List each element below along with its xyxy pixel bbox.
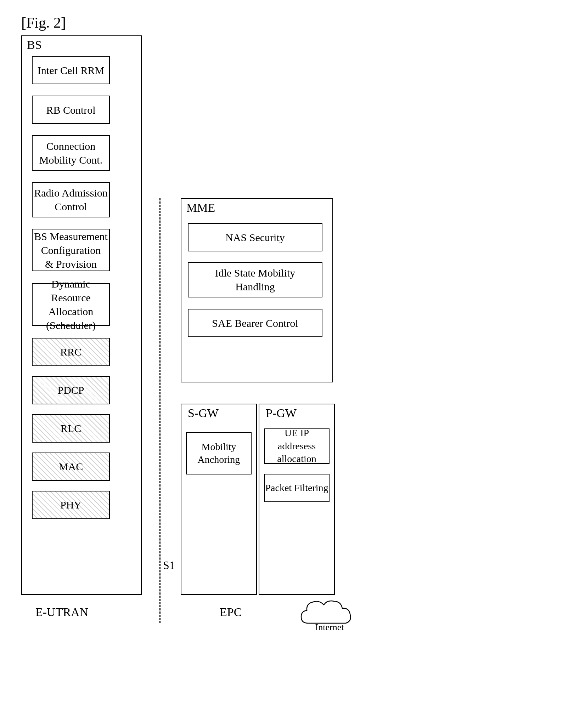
phy-label: PHY (60, 499, 81, 511)
mme-label: MME (186, 201, 215, 215)
pdcp-label: PDCP (57, 384, 84, 396)
idle-state-mobility-block: Idle State MobilityHandling (188, 262, 322, 297)
internet-cloud: Internet (294, 595, 365, 634)
connection-mobility-block: ConnectionMobility Cont. (32, 135, 110, 171)
mac-label: MAC (59, 461, 83, 473)
mac-block: MAC (32, 453, 110, 481)
sgw-label: S-GW (188, 406, 219, 420)
bs-label: BS (27, 38, 42, 52)
internet-text: Internet (315, 622, 344, 632)
rrc-block: RRC (32, 338, 110, 366)
radio-admission-block: Radio AdmissionControl (32, 182, 110, 217)
s1-dashed-line (159, 198, 161, 623)
s1-label: S1 (163, 559, 175, 572)
rrc-label: RRC (60, 346, 81, 358)
bs-measurement-block: BS MeasurementConfiguration& Provision (32, 229, 110, 271)
mobility-anchoring-block: MobilityAnchoring (186, 432, 252, 474)
dynamic-resource-block: Dynamic ResourceAllocation(Scheduler) (32, 283, 110, 326)
sae-bearer-control-block: SAE Bearer Control (188, 309, 322, 337)
packet-filtering-block: Packet Filtering (264, 474, 330, 502)
ue-ip-allocation-block: UE IP addresessallocation (264, 428, 330, 464)
epc-label: EPC (220, 605, 242, 619)
rlc-block: RLC (32, 414, 110, 443)
inter-cell-rrm-block: Inter Cell RRM (32, 56, 110, 84)
pgw-label: P-GW (266, 406, 297, 420)
figure-label: [Fig. 2] (21, 14, 66, 31)
phy-block: PHY (32, 491, 110, 519)
rb-control-block: RB Control (32, 96, 110, 124)
rlc-label: RLC (61, 422, 81, 434)
nas-security-block: NAS Security (188, 223, 322, 251)
eutran-label: E-UTRAN (35, 605, 88, 619)
pdcp-block: PDCP (32, 376, 110, 404)
